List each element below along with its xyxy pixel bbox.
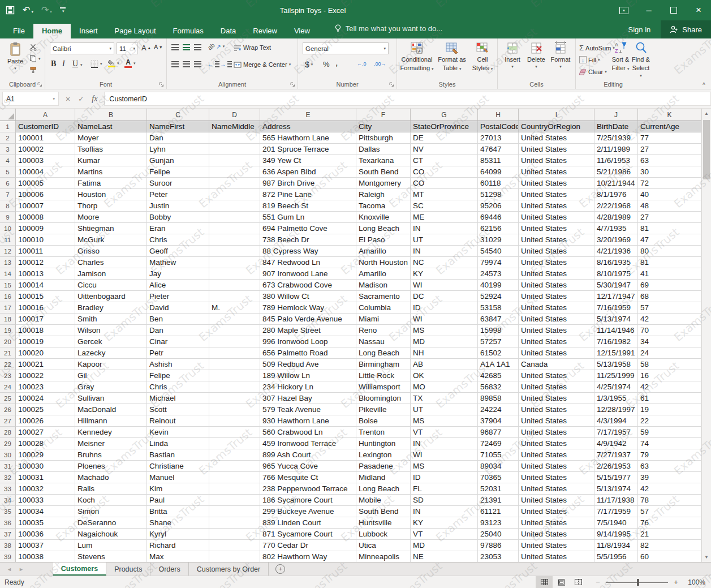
row-header-11[interactable]: 11 — [0, 234, 16, 246]
grid-cell[interactable]: 12/28/1997 — [594, 404, 638, 415]
grid-cell[interactable]: 4/28/1989 — [594, 212, 638, 223]
grid-cell[interactable]: Gercek — [75, 336, 147, 347]
grid-cell[interactable]: 280 Maple Street — [260, 325, 356, 336]
fill-color-button[interactable]: ▾ — [107, 59, 119, 67]
grid-cell[interactable]: 565 Hawthorn Lane — [260, 132, 356, 144]
grid-cell[interactable]: MacDonald — [75, 404, 147, 415]
grid-cell[interactable]: 694 Palmetto Cove — [260, 223, 356, 234]
grid-cell[interactable]: Petr — [147, 347, 209, 359]
grid-cell[interactable]: WI — [411, 314, 478, 325]
grid-cell[interactable]: United States — [519, 223, 594, 234]
grid-cell[interactable]: Kevin — [147, 427, 209, 438]
scroll-down-icon[interactable]: ▼ — [702, 552, 711, 562]
font-name-combo[interactable]: Calibri▾ — [50, 42, 114, 54]
row-header-20[interactable]: 20 — [0, 336, 16, 347]
row-header-36[interactable]: 36 — [0, 517, 16, 529]
grid-cell[interactable]: United States — [519, 257, 594, 268]
grid-cell[interactable]: United States — [519, 336, 594, 347]
grid-cell[interactable] — [209, 200, 260, 212]
grid-cell[interactable]: Moyer — [75, 132, 147, 144]
grid-cell[interactable]: 899 Ash Court — [260, 449, 356, 461]
enter-icon[interactable]: ✓ — [78, 95, 84, 103]
grid-cell[interactable]: 872 Pine Lane — [260, 189, 356, 200]
grid-cell[interactable]: 70 — [638, 325, 701, 336]
grid-cell[interactable]: Linda — [147, 438, 209, 449]
grid-cell[interactable] — [209, 234, 260, 246]
column-header-F[interactable]: F — [356, 109, 411, 121]
grid-cell[interactable] — [209, 472, 260, 483]
grid-cell[interactable]: 62156 — [478, 223, 519, 234]
grid-cell[interactable]: 100011 — [16, 246, 75, 257]
grid-cell[interactable]: Ciccu — [75, 280, 147, 291]
grid-cell[interactable]: DE — [411, 132, 478, 144]
grid-cell[interactable]: 5/13/1958 — [594, 359, 638, 370]
grid-cell[interactable]: 100015 — [16, 291, 75, 302]
grid-cell[interactable]: Ben — [147, 314, 209, 325]
column-header-A[interactable]: A — [16, 109, 75, 121]
grid-cell[interactable]: Bobby — [147, 212, 209, 223]
grid-cell[interactable]: Madison — [356, 280, 411, 291]
grid-cell[interactable]: 82 — [638, 540, 701, 551]
grid-cell[interactable]: Amarillo — [356, 268, 411, 280]
grid-cell[interactable]: 560 Crabwood Ln — [260, 427, 356, 438]
grid-cell[interactable]: Shtiegman — [75, 223, 147, 234]
grid-cell[interactable]: Williamsport — [356, 381, 411, 393]
grid-cell[interactable]: Manuel — [147, 472, 209, 483]
grid-cell[interactable]: 24573 — [478, 268, 519, 280]
column-header-I[interactable]: I — [519, 109, 594, 121]
sheet-prev-icon[interactable]: ◄ — [7, 566, 12, 572]
grid-cell[interactable]: Hillmann — [75, 415, 147, 427]
grid-cell[interactable] — [209, 438, 260, 449]
grid-cell[interactable]: 349 Yew Ct — [260, 155, 356, 166]
grid-cell[interactable]: 100016 — [16, 302, 75, 314]
grid-cell[interactable]: Texarkana — [356, 155, 411, 166]
grid-cell[interactable]: 77 — [638, 132, 701, 144]
grid-cell[interactable]: United States — [519, 291, 594, 302]
grid-cell[interactable]: 100020 — [16, 347, 75, 359]
grid-cell[interactable]: United States — [519, 325, 594, 336]
align-right-button[interactable] — [194, 61, 201, 67]
grid-cell[interactable]: 100025 — [16, 404, 75, 415]
decrease-decimal-button[interactable]: .00→ — [374, 61, 386, 67]
grid-cell[interactable]: Grisso — [75, 246, 147, 257]
grid-cell[interactable]: 839 Linden Court — [260, 517, 356, 529]
menu-tab-file[interactable]: File — [5, 24, 33, 38]
grid-cell[interactable]: AB — [411, 359, 478, 370]
grid-cell[interactable] — [209, 280, 260, 291]
grid-cell[interactable]: 636 Aspen Blbd — [260, 166, 356, 178]
grid-cell[interactable]: United States — [519, 393, 594, 404]
grid-cell[interactable] — [209, 257, 260, 268]
grid-cell[interactable]: United States — [519, 381, 594, 393]
row-header-38[interactable]: 38 — [0, 540, 16, 551]
grid-cell[interactable]: United States — [519, 404, 594, 415]
grid-cell[interactable]: TX — [411, 393, 478, 404]
grid-cell[interactable]: 100018 — [16, 325, 75, 336]
grid-cell[interactable]: Chris — [147, 381, 209, 393]
grid-cell[interactable]: NameMiddle — [209, 121, 260, 132]
page-break-view-button[interactable] — [570, 576, 587, 588]
grid-cell[interactable]: 930 Hawthorn Lane — [260, 415, 356, 427]
grid-cell[interactable]: 16 — [638, 370, 701, 381]
grid-cell[interactable]: 4/7/1935 — [594, 223, 638, 234]
grid-cell[interactable]: Shane — [147, 517, 209, 529]
grid-cell[interactable]: 307 Hazel Bay — [260, 393, 356, 404]
grid-cell[interactable]: 299 Buckeye Avenue — [260, 506, 356, 517]
grid-cell[interactable]: Miami — [356, 314, 411, 325]
grid-cell[interactable]: United States — [519, 212, 594, 223]
grid-cell[interactable]: El Paso — [356, 234, 411, 246]
grid-cell[interactable]: 7/27/1937 — [594, 449, 638, 461]
grid-cell[interactable]: 770 Cedar Dr — [260, 540, 356, 551]
grid-cell[interactable] — [209, 483, 260, 495]
zoom-in-icon[interactable]: + — [673, 578, 679, 586]
vertical-scrollbar[interactable]: ▲ ▼ — [701, 109, 711, 562]
grid-cell[interactable]: 61 — [638, 393, 701, 404]
grid-cell[interactable]: 27 — [638, 212, 701, 223]
find-select-button[interactable]: Find & Select ▾ — [631, 41, 650, 79]
grid-cell[interactable]: WI — [411, 280, 478, 291]
grid-cell[interactable]: Lexington — [356, 449, 411, 461]
grid-cell[interactable]: 100027 — [16, 427, 75, 438]
row-header-25[interactable]: 25 — [0, 393, 16, 404]
grid-cell[interactable]: Machado — [75, 472, 147, 483]
grid-cell[interactable]: United States — [519, 495, 594, 506]
font-color-button[interactable]: A ▾ — [124, 59, 136, 68]
